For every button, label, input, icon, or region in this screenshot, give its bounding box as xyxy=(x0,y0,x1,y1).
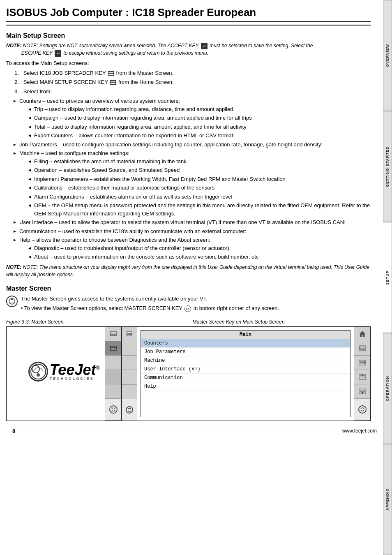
bullet-ui: User Interface – used to allow the opera… xyxy=(13,218,371,227)
note-1b-text: must be selected to save the setting. Se… xyxy=(210,43,313,49)
page-title: ISOBUS Job Computer : IC18 Spreader Euro… xyxy=(6,6,371,22)
sub-alarm-text: Alarm Configurations – establishes alarm… xyxy=(34,194,232,200)
step-3: 3. Select from: xyxy=(14,88,371,96)
menu-item-job-params[interactable]: Job Parameters xyxy=(141,348,350,356)
rpb-home[interactable] xyxy=(354,327,370,341)
side-tab-setup[interactable]: SETUP xyxy=(383,222,392,333)
master-desc-1: The Master Screen gives access to the sy… xyxy=(21,295,279,303)
step-1-text: Select IC18 JOB SPREADER KEY xyxy=(23,70,107,76)
menu-item-ui[interactable]: User Interface (VT) xyxy=(141,365,350,374)
svg-rect-5 xyxy=(111,333,116,334)
sub-list-machine: Filling – establishes the amount of mate… xyxy=(28,157,371,218)
sub-diagnostic-text: Diagnostic – used to troubleshoot input/… xyxy=(34,245,231,251)
rpb-master[interactable] xyxy=(354,399,370,420)
panel-btn-circle[interactable] xyxy=(105,399,121,420)
sub-campaign: Campaign – used to display information r… xyxy=(28,114,371,122)
side-tab-appendix-label: APPENDIX xyxy=(385,488,390,511)
step-3-text: Select from: xyxy=(23,88,52,95)
sub-implement: Implement Parameters – establishes the W… xyxy=(28,175,371,183)
note-1-text: NOTE: Settings are NOT automatically sav… xyxy=(23,43,199,49)
menu-item-comm[interactable]: Communication xyxy=(141,374,350,382)
master-screen-icon xyxy=(6,296,18,307)
main-content: ISOBUS Job Computer : IC18 Spreader Euro… xyxy=(0,0,383,555)
page-number: 8 xyxy=(12,428,15,434)
mid-btn-circle[interactable] xyxy=(122,399,137,420)
step-2: 2. Select MAIN SETUP SCREEN KEY from the… xyxy=(14,78,371,86)
rpb-down[interactable] xyxy=(354,384,370,399)
menu-title-bar: Main xyxy=(141,331,350,339)
note-1: NOTE: NOTE: Settings are NOT automatical… xyxy=(6,42,371,57)
step-2-text: Select MAIN SETUP SCREEN KEY xyxy=(23,79,110,85)
menu-item-counters[interactable]: Counters xyxy=(141,339,350,348)
title-divider xyxy=(6,25,371,25)
svg-point-2 xyxy=(37,373,40,377)
bullet-ui-text: User Interface – used to allow the opera… xyxy=(19,219,346,225)
sub-list-counters: Trip – used to display information regar… xyxy=(28,105,371,140)
sub-implement-text: Implement Parameters – establishes the W… xyxy=(34,176,286,182)
side-tab-operation[interactable]: OPERATION xyxy=(383,333,392,444)
footer-url: www.teejet.com xyxy=(342,428,377,434)
sub-trip: Trip – used to display information regar… xyxy=(28,105,371,113)
side-tab-getting-started[interactable]: GETTING STARTED xyxy=(383,111,392,222)
side-tabs: OVERVIEW GETTING STARTED SETUP OPERATION… xyxy=(383,0,392,555)
mid-btn-2[interactable] xyxy=(122,341,137,356)
middle-buttons xyxy=(122,327,137,421)
rpb-next[interactable] xyxy=(354,356,370,370)
figure-section: Figure 3-3: Master Screen Master Screen … xyxy=(6,319,371,421)
bullet-comm-text: Communication – used to establish the IC… xyxy=(19,228,246,234)
bullet-job-params: Job Parameters – used to configure appli… xyxy=(13,141,371,149)
mid-btn-5[interactable] xyxy=(122,385,137,399)
teejet-logo-text: TeeJet® xyxy=(50,363,100,377)
sub-export: Export Counters – allows counter informa… xyxy=(28,132,371,140)
rpb-up[interactable] xyxy=(354,370,370,384)
escape-key-icon: ↩ xyxy=(55,50,61,57)
mid-btn-4[interactable] xyxy=(122,370,137,384)
sub-about: About – used to provide information on t… xyxy=(28,253,371,261)
main-setup-heading: Main Setup Screen xyxy=(6,32,371,39)
figure-caption-right: Master Screen Key on Main Setup Screen xyxy=(193,319,371,325)
sub-export-text: Export Counters – allows counter informa… xyxy=(34,132,233,139)
svg-marker-17 xyxy=(360,331,365,337)
main-setup-section: Main Setup Screen NOTE: NOTE: Settings a… xyxy=(6,32,371,278)
sub-calibrations-text: Calibrations – establishes either manual… xyxy=(34,185,214,191)
accept-key-icon: ✓ xyxy=(201,43,208,49)
side-tab-overview-label: OVERVIEW xyxy=(385,44,390,67)
master-screen-desc: The Master Screen gives access to the sy… xyxy=(6,295,371,314)
panel-btn-2[interactable] xyxy=(105,341,121,356)
sub-about-text: About – used to provide information on t… xyxy=(34,254,258,260)
note-2b-text: to escape without saving settings and re… xyxy=(63,50,208,56)
master-desc-2-text: To view the Master Screen options, selec… xyxy=(24,305,182,311)
bullet-job-params-text: Job Parameters – used to configure appli… xyxy=(19,141,323,148)
trademark-symbol: ® xyxy=(96,365,99,371)
panel-btn-3[interactable] xyxy=(105,356,121,370)
sub-oem-text: OEM – the OEM setup menu is password pro… xyxy=(34,202,370,217)
master-screen-key-icon: ⟳ xyxy=(184,305,191,312)
svg-rect-6 xyxy=(111,335,116,335)
bullet-help-text: Help – allows the operator to choose bet… xyxy=(19,237,210,243)
sub-calibrations: Calibrations – establishes either manual… xyxy=(28,184,371,192)
intro-text: To access the Main Setup screens: xyxy=(6,59,371,67)
note-label-1: NOTE: xyxy=(6,43,21,49)
page-footer: 8 www.teejet.com xyxy=(12,426,377,434)
panel-btn-1[interactable] xyxy=(105,327,121,341)
sub-operation: Operation – establishes Speed Source, an… xyxy=(28,166,371,174)
step-2-suffix: from the Home Screen. xyxy=(118,79,173,85)
main-setup-key-icon xyxy=(110,80,116,85)
right-panel: Main Counters Job Parameters Machine Use… xyxy=(137,327,370,421)
mid-btn-1[interactable] xyxy=(122,327,137,341)
sub-list-help: Diagnostic – used to troubleshoot input/… xyxy=(28,244,371,261)
left-panel: TeeJet® TECHNOLOGIES xyxy=(7,327,122,421)
rpb-prev[interactable] xyxy=(354,341,370,356)
menu-item-machine[interactable]: Machine xyxy=(141,356,350,365)
sub-filling-text: Filling – establishes the amount of mate… xyxy=(34,158,188,164)
step-2-label: 2. xyxy=(14,79,22,85)
side-tab-overview[interactable]: OVERVIEW xyxy=(383,0,392,111)
sub-campaign-text: Campaign – used to display information r… xyxy=(34,115,252,121)
sub-filling: Filling – establishes the amount of mate… xyxy=(28,157,371,166)
master-screen-text-block: The Master Screen gives access to the sy… xyxy=(21,295,279,314)
panel-btn-4[interactable] xyxy=(105,370,121,384)
menu-item-help[interactable]: Help xyxy=(141,382,350,391)
panel-btn-5[interactable] xyxy=(105,384,121,399)
side-tab-appendix[interactable]: APPENDIX xyxy=(383,444,392,555)
mid-btn-3[interactable] xyxy=(122,356,137,370)
